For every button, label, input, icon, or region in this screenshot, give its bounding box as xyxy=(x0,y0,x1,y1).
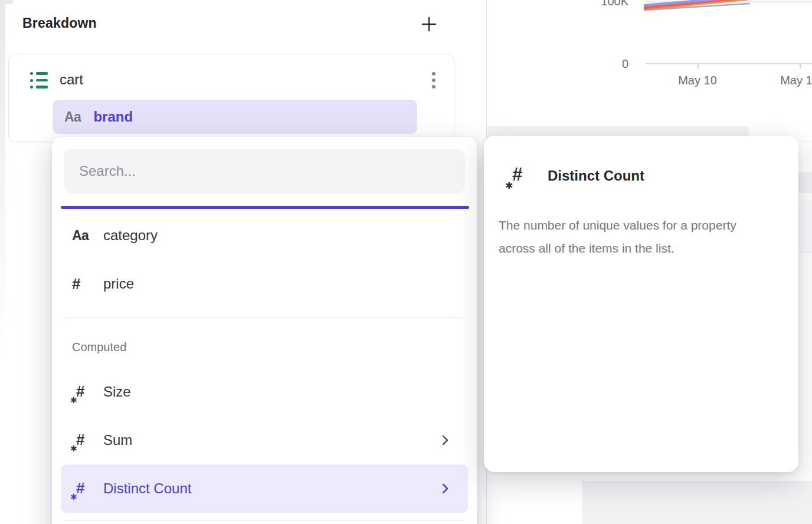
dropdown-item-label: price xyxy=(103,276,134,292)
dropdown-item-sum[interactable]: ✱ # Sum xyxy=(61,416,468,464)
info-card-header: ✱ # Distinct Count xyxy=(484,136,798,190)
dropdown-item-label: Sum xyxy=(103,432,132,448)
search-input[interactable] xyxy=(64,149,465,194)
dropdown-item-category[interactable]: Aa category xyxy=(61,211,468,260)
dropdown-item-distinct-count[interactable]: ✱ # Distinct Count xyxy=(61,464,468,513)
text-property-icon: Aa xyxy=(72,223,91,248)
dropdown-item-label: category xyxy=(103,227,158,244)
breakdown-section-title: Breakdown xyxy=(22,15,97,31)
panel-edge-shade xyxy=(0,0,13,4)
dropdown-item-size[interactable]: ✱ # Size xyxy=(61,368,468,416)
y-axis-label-100k: 100K xyxy=(564,0,628,8)
kebab-menu-icon xyxy=(432,72,436,76)
selected-breakdown-property[interactable]: Aa brand xyxy=(53,100,417,134)
list-property-icon xyxy=(30,72,48,89)
computed-number-icon: ✱ # xyxy=(72,379,91,404)
selected-property-label: brand xyxy=(93,109,133,125)
x-axis-tick xyxy=(698,64,699,68)
group-name-label: cart xyxy=(60,71,83,88)
computed-number-icon: ✱ # xyxy=(508,162,531,190)
y-axis-label-0: 0 xyxy=(564,57,628,71)
list-divider xyxy=(63,520,466,520)
dropdown-item-price[interactable]: # price xyxy=(61,260,468,308)
add-breakdown-button[interactable] xyxy=(418,14,440,35)
computed-section-label: Computed xyxy=(52,337,477,357)
distinct-count-info-card: ✱ # Distinct Count The number of unique … xyxy=(484,136,798,472)
number-property-icon: # xyxy=(72,271,91,296)
text-property-icon: Aa xyxy=(64,109,81,125)
x-axis-label-may17: May 17 xyxy=(764,74,812,87)
scroll-indicator xyxy=(61,206,469,209)
property-dropdown: Aa category # price Computed ✱ # Size ✱ … xyxy=(52,137,477,524)
property-list: Aa category # price Computed ✱ # Size ✱ … xyxy=(52,211,477,520)
group-options-button[interactable] xyxy=(423,67,445,93)
dropdown-item-label: Size xyxy=(103,384,131,400)
panel-edge-shade xyxy=(0,0,5,366)
computed-number-icon: ✱ # xyxy=(72,476,91,501)
computed-number-icon: ✱ # xyxy=(72,428,91,453)
chevron-right-icon xyxy=(441,482,449,495)
dropdown-item-label: Distinct Count xyxy=(103,480,191,497)
info-card-description: The number of unique values for a proper… xyxy=(499,214,776,260)
plus-icon xyxy=(421,16,437,32)
line-chart-series xyxy=(487,0,812,26)
breakdown-group-card: cart Aa brand xyxy=(8,54,454,142)
background-section xyxy=(582,481,812,524)
chevron-right-icon xyxy=(441,434,449,447)
x-axis-label-may10: May 10 xyxy=(662,74,733,87)
x-axis-line xyxy=(646,63,812,64)
app-screen: 100K 0 May 10 May 17 Breakdown cart xyxy=(0,0,812,524)
list-divider xyxy=(63,317,466,318)
info-card-title: Distinct Count xyxy=(548,168,644,184)
x-axis-tick xyxy=(800,64,801,68)
